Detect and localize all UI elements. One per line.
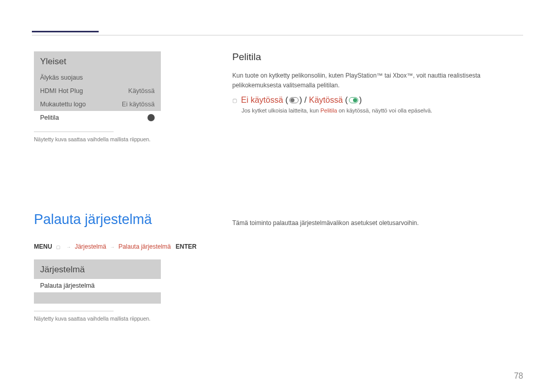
arrow-icon: → (66, 245, 71, 250)
header-accent (32, 31, 99, 32)
pelitila-description: Kun tuote on kytketty pelikonsoliin, kut… (232, 71, 523, 90)
menu-row-label: Älykäs suojaus (40, 74, 155, 81)
breadcrumb-item: Palauta järjestelmä (118, 243, 171, 250)
breadcrumb-item: Järjestelmä (75, 243, 106, 250)
menu-row-value: Käytössä (128, 87, 155, 95)
caption-divider (34, 132, 114, 132)
option-off-paren: ( (283, 96, 288, 105)
radio-icon (147, 114, 155, 121)
arrow-icon: → (110, 245, 115, 250)
section-reset-left: Palauta järjestelmä MENU ▢ → Järjestelmä… (34, 212, 523, 322)
option-off-label: Ei käytössä (241, 96, 283, 105)
breadcrumb-enter: ENTER (176, 243, 197, 250)
menu-row-label: Mukautettu logo (40, 101, 122, 108)
breadcrumb: MENU ▢ → Järjestelmä → Palauta järjestel… (34, 243, 523, 250)
reset-description: Tämä toiminto palauttaa järjestelmävalik… (232, 219, 419, 227)
toggle-off-icon (289, 97, 299, 103)
menu-row-custom-logo[interactable]: Mukautettu logo Ei käytössä (34, 98, 161, 111)
panel-caption: Näytetty kuva saattaa vaihdella mallista… (34, 136, 523, 142)
menu-row-game-mode[interactable]: Pelitila (34, 111, 161, 124)
note-post: on käytössä, näyttö voi olla epäselvä. (337, 107, 432, 114)
bullet-icon: ▢ (232, 98, 237, 103)
pelitila-options-row: ▢ Ei käytössä ( ) / Käytössä ( ) (232, 96, 523, 105)
option-close-paren: ) (359, 96, 362, 105)
menu-row-label: HDMI Hot Plug (40, 87, 128, 95)
note-pre: Jos kytket ulkoisia laitteita, kun (242, 107, 320, 114)
menu-row-hdmi-hot-plug[interactable]: HDMI Hot Plug Käytössä (34, 84, 161, 98)
page-number: 78 (514, 371, 523, 381)
panel-caption: Näytetty kuva saattaa vaihdella mallista… (34, 315, 523, 322)
section-pelitila-right: Pelitila Kun tuote on kytketty pelikonso… (232, 51, 523, 116)
section-reset-right: Tämä toiminto palauttaa järjestelmävalik… (232, 219, 523, 227)
toggle-on-icon (349, 97, 358, 103)
header-rule (32, 35, 523, 35)
menu-row-label: Pelitila (40, 114, 147, 121)
menu-panel-title: Yleiset (34, 51, 161, 71)
breadcrumb-menu: MENU (34, 243, 52, 250)
note-red: Pelitila (320, 107, 337, 114)
section-heading-pelitila: Pelitila (232, 51, 523, 63)
menu-row-value: Ei käytössä (122, 101, 155, 108)
menu-row-reset-system[interactable]: Palauta järjestelmä (34, 279, 161, 292)
arrow-icon: ▢ (56, 245, 61, 250)
menu-panel-title: Järjestelmä (34, 259, 161, 279)
option-on-paren: ( (343, 96, 348, 105)
menu-panel-yleiset: Yleiset Älykäs suojaus HDMI Hot Plug Käy… (34, 51, 161, 124)
pelitila-note: Jos kytket ulkoisia laitteita, kun Pelit… (242, 106, 523, 116)
menu-panel-jarjestelma: Järjestelmä Palauta järjestelmä (34, 259, 161, 304)
option-on-label: Käytössä (309, 96, 343, 105)
menu-row-label: Palauta järjestelmä (40, 282, 155, 289)
menu-row-smart-security[interactable]: Älykäs suojaus (34, 71, 161, 84)
caption-divider (34, 311, 114, 311)
option-sep: ) / (300, 96, 309, 105)
